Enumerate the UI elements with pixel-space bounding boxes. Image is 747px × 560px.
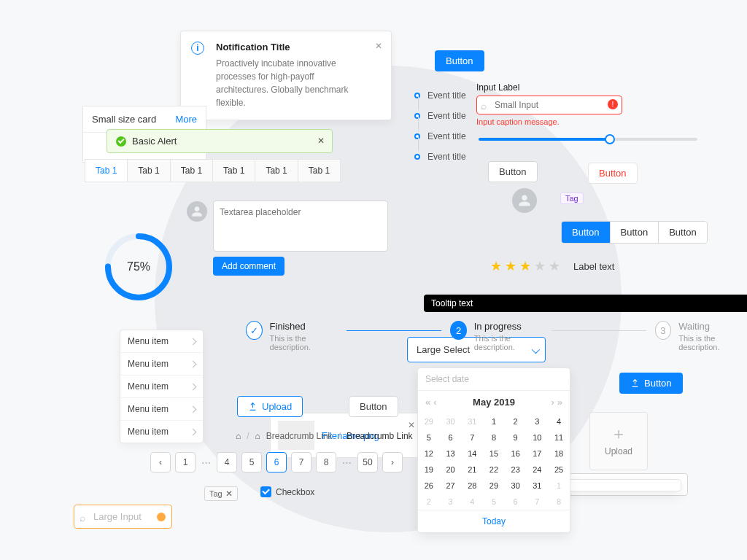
page-number[interactable]: 7 — [291, 452, 311, 472]
calendar-day[interactable]: 11 — [548, 429, 570, 446]
primary-icon-button[interactable]: Button — [619, 373, 683, 394]
tag-removable[interactable]: Tag — [204, 486, 238, 501]
calendar-day[interactable]: 18 — [548, 446, 570, 462]
calendar-day[interactable]: 12 — [418, 446, 440, 462]
page-next[interactable]: › — [382, 452, 403, 472]
tab[interactable]: Tab 1 — [298, 159, 341, 182]
calendar-prev[interactable]: «‹ — [425, 397, 437, 408]
calendar-title[interactable]: May 2019 — [473, 397, 515, 408]
star-rating[interactable]: ★ ★ ★ ★ ★ Label text — [490, 258, 614, 274]
danger-button[interactable]: Button — [588, 163, 638, 184]
calendar-day[interactable]: 10 — [527, 429, 549, 446]
calendar-day[interactable]: 30 — [505, 478, 527, 494]
calendar-day[interactable]: 31 — [461, 413, 483, 429]
page-number[interactable]: 4 — [217, 452, 237, 472]
menu-item[interactable]: Menu item — [120, 398, 203, 421]
calendar-day[interactable]: 30 — [440, 413, 462, 429]
timeline-item: Event title — [414, 106, 466, 126]
tab[interactable]: Tab 1 — [212, 159, 255, 182]
page-number[interactable]: 50 — [357, 452, 378, 472]
calendar-day[interactable]: 22 — [483, 462, 505, 478]
close-icon[interactable] — [375, 40, 382, 51]
default-button[interactable]: Button — [488, 161, 538, 182]
page-number[interactable]: 8 — [316, 452, 336, 472]
home-icon[interactable]: ⌂ — [255, 431, 260, 441]
calendar-day[interactable]: 8 — [548, 494, 570, 510]
calendar-day[interactable]: 25 — [548, 462, 570, 478]
calendar-day[interactable]: 21 — [461, 462, 483, 478]
calendar-placeholder[interactable]: Select date — [418, 368, 570, 391]
calendar-day[interactable]: 23 — [505, 462, 527, 478]
slider[interactable] — [479, 138, 697, 141]
close-icon[interactable] — [408, 419, 415, 430]
large-input[interactable]: Large Input — [74, 505, 172, 529]
breadcrumb-link[interactable]: Breadcrumb Link — [266, 431, 333, 441]
menu-item[interactable]: Menu item — [120, 330, 203, 353]
calendar-day[interactable]: 3 — [527, 413, 549, 429]
add-comment-button[interactable]: Add comment — [213, 257, 285, 276]
star-icon[interactable]: ★ — [549, 258, 560, 274]
calendar-day[interactable]: 8 — [483, 429, 505, 446]
calendar-day[interactable]: 4 — [461, 494, 483, 510]
calendar-day[interactable]: 16 — [505, 446, 527, 462]
calendar-day[interactable]: 2 — [418, 494, 440, 510]
small-input[interactable] — [476, 96, 622, 114]
page-number[interactable]: 6 — [266, 452, 287, 472]
calendar-day[interactable]: 31 — [527, 478, 549, 494]
star-icon[interactable]: ★ — [519, 258, 531, 274]
star-icon[interactable]: ★ — [534, 258, 546, 274]
calendar-day[interactable]: 27 — [440, 478, 462, 494]
tab[interactable]: Tab 1 — [85, 159, 127, 182]
calendar-day[interactable]: 13 — [440, 446, 462, 462]
calendar-day[interactable]: 20 — [440, 462, 462, 478]
calendar-day[interactable]: 1 — [548, 478, 570, 494]
calendar-day[interactable]: 29 — [483, 478, 505, 494]
menu-item[interactable]: Menu item — [120, 376, 203, 398]
calendar-day[interactable]: 19 — [418, 462, 440, 478]
menu-item[interactable]: Menu item — [120, 353, 203, 376]
calendar-day[interactable]: 1 — [483, 413, 505, 429]
calendar-day[interactable]: 5 — [418, 429, 440, 446]
checkbox[interactable]: Checkbox — [260, 486, 314, 497]
calendar-day[interactable]: 4 — [548, 413, 570, 429]
home-icon[interactable]: ⌂ — [236, 431, 241, 441]
calendar-day[interactable]: 5 — [483, 494, 505, 510]
page-number[interactable]: 1 — [175, 452, 196, 472]
primary-button[interactable]: Button — [435, 50, 484, 71]
upload-button[interactable]: Upload — [237, 396, 303, 417]
calendar-day[interactable]: 3 — [440, 494, 462, 510]
menu-item[interactable]: Menu item — [120, 421, 203, 443]
page-prev[interactable]: ‹ — [150, 452, 171, 472]
button-group-item[interactable]: Button — [611, 222, 659, 243]
default-button[interactable]: Button — [349, 396, 398, 417]
slider-thumb[interactable] — [605, 134, 615, 144]
calendar-day[interactable]: 26 — [418, 478, 440, 494]
calendar-day[interactable]: 9 — [505, 429, 527, 446]
calendar-day[interactable]: 7 — [461, 429, 483, 446]
upload-dropzone[interactable]: ＋ Upload — [589, 412, 648, 470]
close-icon[interactable] — [317, 135, 325, 146]
button-group-item[interactable]: Button — [562, 222, 611, 243]
tab[interactable]: Tab 1 — [170, 159, 212, 182]
calendar-day[interactable]: 17 — [527, 446, 549, 462]
close-icon[interactable] — [225, 489, 233, 499]
star-icon[interactable]: ★ — [505, 258, 516, 274]
calendar-day[interactable]: 15 — [483, 446, 505, 462]
calendar-day[interactable]: 14 — [461, 446, 483, 462]
star-icon[interactable]: ★ — [490, 258, 502, 274]
textarea[interactable] — [213, 201, 388, 252]
button-group-item[interactable]: Button — [659, 222, 707, 243]
calendar-day[interactable]: 24 — [527, 462, 549, 478]
calendar-day[interactable]: 29 — [418, 413, 440, 429]
calendar-day[interactable]: 6 — [440, 429, 462, 446]
calendar-day[interactable]: 28 — [461, 478, 483, 494]
tab[interactable]: Tab 1 — [255, 159, 297, 182]
calendar-day[interactable]: 7 — [527, 494, 549, 510]
page-number[interactable]: 5 — [241, 452, 262, 472]
tab[interactable]: Tab 1 — [127, 159, 169, 182]
card-more-link[interactable]: More — [175, 114, 197, 125]
calendar-day[interactable]: 6 — [505, 494, 527, 510]
calendar-today[interactable]: Today — [418, 510, 570, 532]
calendar-next[interactable]: ›» — [551, 397, 562, 408]
calendar-day[interactable]: 2 — [505, 413, 527, 429]
